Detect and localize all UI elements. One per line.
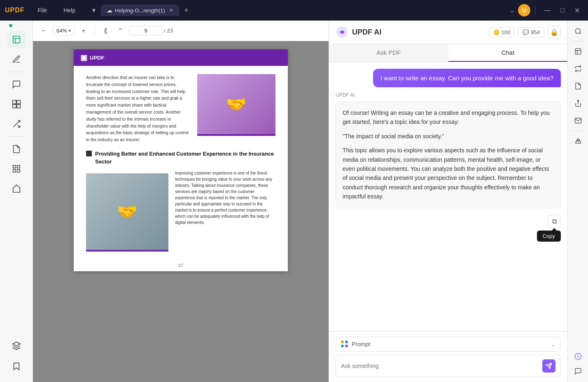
sidebar-item-layers[interactable] bbox=[7, 337, 26, 355]
ai-response-label: UPDF AI bbox=[336, 92, 561, 98]
right-chat-icon[interactable] bbox=[571, 364, 586, 379]
sidebar-item-pages[interactable] bbox=[7, 140, 26, 158]
pdf-header-bar: ▣ UPDF bbox=[74, 49, 288, 66]
credit-badge-954: 💬 954 bbox=[518, 27, 544, 37]
svg-rect-3 bbox=[12, 100, 16, 104]
help-menu[interactable]: Help bbox=[57, 5, 82, 15]
center-panel: − 64% ▾ + ⟪ ⌃ / 23 ▣ UPDF bbox=[33, 21, 329, 382]
prompt-selector[interactable]: Prompt ⌄ bbox=[336, 337, 561, 352]
right-mail-icon[interactable] bbox=[571, 113, 586, 128]
sidebar-item-bookmarks[interactable] bbox=[7, 357, 26, 375]
close-tab-icon[interactable]: ✕ bbox=[169, 7, 173, 13]
minimize-button[interactable]: — bbox=[541, 6, 554, 15]
credit-value-100: 100 bbox=[502, 29, 511, 35]
tab-title: Helping-O...rength(1) bbox=[115, 7, 165, 14]
pdf-section-title: Providing Better and Enhanced Customer E… bbox=[95, 150, 275, 166]
svg-rect-9 bbox=[13, 165, 15, 168]
svg-rect-4 bbox=[16, 100, 20, 104]
cloud-icon: ☁ bbox=[107, 7, 112, 14]
right-pages-icon[interactable] bbox=[571, 79, 586, 93]
send-button[interactable] bbox=[542, 359, 555, 373]
ai-title: UPDF AI bbox=[336, 26, 381, 39]
svg-marker-14 bbox=[12, 342, 20, 346]
tab-ask-pdf[interactable]: Ask PDF bbox=[329, 44, 448, 62]
tab-area: ▼ ☁ Helping-O...rength(1) ✕ + bbox=[89, 5, 192, 16]
right-stamp-icon[interactable] bbox=[571, 133, 586, 148]
pdf-section-content: 🤝 Improving customer experience is one o… bbox=[86, 170, 275, 252]
sidebar-item-comment[interactable] bbox=[7, 75, 26, 93]
first-page-button[interactable]: ⟪ bbox=[100, 25, 111, 37]
ai-chat-area[interactable]: I want to write an essay. Can you provid… bbox=[329, 62, 567, 331]
ai-header: UPDF AI 🪙 100 💬 954 🔒 bbox=[329, 21, 567, 44]
pdf-section-heading: Providing Better and Enhanced Customer E… bbox=[86, 150, 275, 166]
page-separator: / bbox=[164, 28, 166, 34]
pdf-image-meeting: 🤝 bbox=[197, 74, 275, 136]
pdf-viewer[interactable]: ▣ UPDF 🤝 Another direction that an insur… bbox=[33, 41, 329, 382]
prev-page-button[interactable]: ⌃ bbox=[114, 25, 126, 37]
tabs-chevron-icon[interactable]: ⌄ bbox=[510, 7, 515, 14]
right-ai-icon[interactable] bbox=[571, 349, 586, 364]
pdf-content: 🤝 Another direction that an insurer can … bbox=[74, 66, 288, 260]
credit-icon-2: 💬 bbox=[523, 29, 529, 35]
copy-icon-button[interactable]: ⧉ bbox=[548, 215, 561, 228]
ai-response-p1: Of course! Writing an essay can be a cre… bbox=[343, 108, 554, 127]
right-divider-2 bbox=[572, 130, 584, 131]
right-sidebar-bottom bbox=[571, 349, 586, 379]
copy-tooltip: Copy bbox=[537, 231, 561, 242]
right-search-icon[interactable] bbox=[571, 24, 586, 39]
titlebar-right: ⌄ U — □ ✕ bbox=[510, 4, 583, 16]
file-menu[interactable]: File bbox=[31, 5, 54, 15]
toolbar-divider bbox=[94, 26, 95, 36]
prompt-dots-icon bbox=[341, 340, 348, 348]
svg-rect-12 bbox=[17, 170, 19, 172]
user-message: I want to write an essay. Can you provid… bbox=[373, 69, 561, 87]
pdf-page: ▣ UPDF 🤝 Another direction that an insur… bbox=[74, 49, 288, 271]
avatar[interactable]: U bbox=[518, 4, 530, 16]
sidebar-item-protect[interactable] bbox=[7, 179, 26, 198]
ai-credits: 🪙 100 💬 954 🔒 bbox=[489, 26, 561, 39]
svg-rect-6 bbox=[16, 105, 20, 108]
pdf-section-body: Improving customer experience is one of … bbox=[175, 170, 275, 252]
titlebar-divider bbox=[535, 6, 536, 14]
close-button[interactable]: ✕ bbox=[571, 6, 583, 15]
tab-chat[interactable]: Chat bbox=[448, 44, 568, 62]
dot-blue bbox=[345, 340, 348, 343]
ask-input-row bbox=[336, 355, 561, 377]
right-ocr-icon[interactable] bbox=[571, 44, 586, 59]
svg-point-16 bbox=[341, 31, 343, 33]
sidebar-bottom bbox=[7, 337, 26, 379]
zoom-level: 64% bbox=[56, 28, 67, 34]
page-number-input[interactable] bbox=[129, 26, 162, 35]
sidebar-item-edit[interactable] bbox=[7, 50, 26, 68]
active-tab[interactable]: ☁ Helping-O...rength(1) ✕ bbox=[101, 5, 179, 16]
add-tab-button[interactable]: + bbox=[181, 5, 192, 16]
ask-input[interactable] bbox=[341, 363, 539, 369]
right-share-icon[interactable] bbox=[571, 96, 586, 111]
ai-tabs: Ask PDF Chat bbox=[329, 44, 567, 62]
zoom-out-button[interactable]: − bbox=[38, 25, 49, 37]
ai-panel: UPDF AI 🪙 100 💬 954 🔒 Ask PDF Chat bbox=[329, 21, 567, 382]
ai-lock-button[interactable]: 🔒 bbox=[548, 26, 561, 39]
sidebar-item-tools[interactable] bbox=[7, 160, 26, 178]
credit-badge-100: 🪙 100 bbox=[489, 27, 515, 37]
zoom-display[interactable]: 64% ▾ bbox=[53, 26, 75, 35]
svg-rect-11 bbox=[13, 170, 15, 172]
dot-green bbox=[341, 345, 344, 347]
section-square-icon bbox=[86, 151, 92, 156]
ai-panel-title: UPDF AI bbox=[352, 28, 381, 37]
user-message-container: I want to write an essay. Can you provid… bbox=[336, 69, 561, 87]
toolbar: − 64% ▾ + ⟪ ⌃ / 23 bbox=[33, 21, 329, 41]
right-convert-icon[interactable] bbox=[571, 61, 586, 76]
credit-value-954: 954 bbox=[531, 29, 540, 35]
copy-btn-area: ⧉ Copy bbox=[336, 215, 561, 228]
ai-logo-icon bbox=[336, 26, 349, 39]
right-sidebar bbox=[567, 21, 588, 382]
zoom-in-button[interactable]: + bbox=[78, 25, 89, 37]
sidebar-item-organize[interactable] bbox=[7, 95, 26, 113]
sidebar-item-convert[interactable] bbox=[7, 115, 26, 133]
maximize-button[interactable]: □ bbox=[557, 6, 568, 15]
sidebar-item-view[interactable] bbox=[7, 30, 26, 49]
tab-dropdown[interactable]: ▼ bbox=[89, 5, 99, 15]
ai-response-p3: This topic allows you to explore various… bbox=[343, 146, 554, 201]
main-layout: − 64% ▾ + ⟪ ⌃ / 23 ▣ UPDF bbox=[0, 21, 588, 382]
